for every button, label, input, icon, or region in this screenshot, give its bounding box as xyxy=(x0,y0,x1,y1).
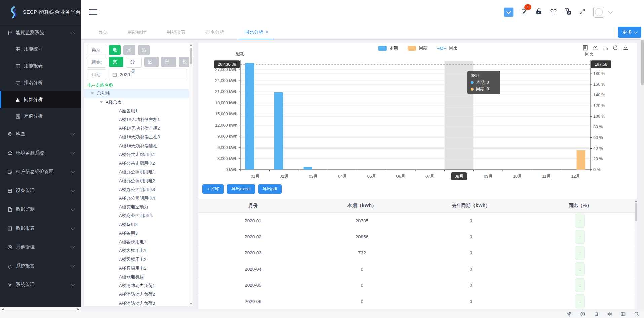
tree-leaf-3[interactable]: A楼1#无功补偿主柜3 xyxy=(84,133,189,142)
layout-icon[interactable] xyxy=(620,311,626,317)
user-menu-chevron-icon[interactable] xyxy=(609,11,612,13)
tree-leaf-21[interactable]: A楼消防动力负荷2 xyxy=(84,290,189,299)
tree-leaf-19[interactable]: A楼弱电机房 xyxy=(84,273,189,281)
tab-home[interactable]: 首页 xyxy=(88,25,117,39)
sidebar-item-9[interactable]: 系统管理 xyxy=(0,275,81,294)
trend-down-badge[interactable]: ↓ xyxy=(575,262,585,276)
sidebar-item-8[interactable]: 系统报警 xyxy=(0,256,81,275)
more-button[interactable]: 更多 xyxy=(618,27,641,38)
scroll-up-arrow-icon[interactable] xyxy=(190,44,192,46)
table-scrollbar[interactable] xyxy=(635,199,637,309)
tree-leaf-16[interactable]: A楼客梯用电1 xyxy=(84,246,189,255)
history-icon[interactable] xyxy=(580,311,585,317)
trend-down-badge[interactable]: ↓ xyxy=(575,294,585,308)
tree-scrollbar[interactable] xyxy=(189,43,193,306)
fullscreen-icon[interactable] xyxy=(579,8,586,16)
tree-leaf-2[interactable]: A楼1#无功补偿主柜2 xyxy=(84,124,189,133)
sidebar-item-7[interactable]: 其他管理 xyxy=(0,238,81,256)
trend-down-badge[interactable]: ↓ xyxy=(575,214,585,228)
tree-leaf-20[interactable]: A楼消防动力负荷1 xyxy=(84,281,189,290)
sidebar-item-5[interactable]: 数据监测 xyxy=(0,200,81,219)
scrollbar-thumb[interactable] xyxy=(641,40,644,85)
sidebar-item-0[interactable]: 能耗监测系统 xyxy=(0,25,81,41)
trend-down-badge[interactable]: ↓ xyxy=(575,246,585,260)
tree-leaf-8[interactable]: A楼办公照明用电2 xyxy=(84,176,189,185)
tools-icon[interactable]: 1 xyxy=(521,8,528,16)
legend-label[interactable]: 同比 xyxy=(449,45,458,51)
rocket-icon[interactable] xyxy=(567,311,572,317)
yoy-bar-chart[interactable]: 0 kWh3,000 kWh6,000 kWh9,000 kWh12,000 k… xyxy=(198,56,637,184)
filter-option-区域[interactable]: 区域 xyxy=(144,57,159,67)
bar-chart-icon[interactable] xyxy=(603,45,608,51)
scrollbar-thumb[interactable] xyxy=(190,48,192,64)
sidebar-item-1[interactable]: 地图 xyxy=(0,125,81,144)
tree-leaf-10[interactable]: A楼办公照明用电4 xyxy=(84,194,189,203)
scroll-up-arrow-icon[interactable] xyxy=(635,200,637,202)
tree-leaf-9[interactable]: A楼办公照明用电3 xyxy=(84,185,189,194)
scroll-down-arrow-icon[interactable] xyxy=(190,303,192,305)
tree-leaf-18[interactable]: A楼客梯用电2 xyxy=(84,264,189,273)
tree-leaf-1[interactable]: A楼1#无功补偿主柜1 xyxy=(84,115,189,124)
tree-leaf-12[interactable]: A楼商业照明用电 xyxy=(84,211,189,220)
tree-leaf-11[interactable]: A楼变电室动力 xyxy=(84,203,189,211)
page-scrollbar[interactable] xyxy=(641,39,644,310)
tree-expand-caret-icon[interactable] xyxy=(100,101,103,103)
avatar[interactable] xyxy=(593,7,604,18)
legend-label[interactable]: 本期 xyxy=(390,45,398,51)
download-icon[interactable] xyxy=(623,45,629,51)
line-chart-icon[interactable] xyxy=(593,45,598,51)
tree-leaf-6[interactable]: A楼公共走廊用电2 xyxy=(84,159,189,168)
theme-shirt-icon[interactable] xyxy=(550,8,557,16)
dropdown-check-icon[interactable] xyxy=(504,7,514,17)
data-view-icon[interactable] xyxy=(582,45,588,51)
export-pdf-button[interactable]: 导出pdf xyxy=(258,184,282,194)
trend-down-badge[interactable]: ↓ xyxy=(575,230,585,244)
export-excel-button[interactable]: 导出excel xyxy=(227,184,255,194)
filter-option-分项[interactable]: 分项 xyxy=(126,57,141,68)
sidebar-subitem-0-2[interactable]: 排名分析 xyxy=(0,74,81,91)
sidebar-subitem-0-3[interactable]: 同比分析 xyxy=(0,91,81,108)
tree-expand-caret-icon[interactable] xyxy=(91,92,94,94)
tree-leaf-13[interactable]: A楼备用2 xyxy=(84,220,189,229)
legend-swatch-icon[interactable] xyxy=(378,46,387,51)
sidebar-item-3[interactable]: 租户信息维护管理 xyxy=(0,162,81,181)
tree-leaf-22[interactable]: A楼消防动力负荷3 xyxy=(84,299,189,306)
sidebar-item-2[interactable]: 环境监测系统 xyxy=(0,144,81,162)
refresh-icon[interactable] xyxy=(613,45,618,51)
legend-swatch-icon[interactable] xyxy=(408,46,416,51)
sidebar-subitem-0-4[interactable]: 差值分析 xyxy=(0,108,81,125)
tree-leaf-7[interactable]: A楼办公照明用电1 xyxy=(84,168,189,176)
scrollbar-thumb[interactable] xyxy=(635,203,637,221)
tab-energy-stats[interactable]: 用能统计 xyxy=(117,25,156,39)
tab-ranking[interactable]: 排名分析 xyxy=(195,25,234,39)
lock-icon[interactable] xyxy=(535,8,542,16)
filter-option-热[interactable]: 热 xyxy=(138,45,150,55)
tab-close-icon[interactable]: × xyxy=(266,30,268,35)
tree-node-root[interactable]: 总能耗 xyxy=(84,89,189,98)
tree-leaf-5[interactable]: A楼公共走廊用电1 xyxy=(84,150,189,159)
tree-leaf-17[interactable]: A楼客梯用电2 xyxy=(84,255,189,264)
sidebar-item-6[interactable]: 数据报表 xyxy=(0,219,81,238)
filter-option-水[interactable]: 水 xyxy=(123,45,135,55)
tree-leaf-0[interactable]: A座备用1 xyxy=(84,107,189,115)
sidebar-subitem-0-1[interactable]: 用能报表 xyxy=(0,57,81,74)
print-button[interactable]: + 打印 xyxy=(202,184,224,194)
sound-icon[interactable] xyxy=(607,311,612,317)
search-icon[interactable] xyxy=(634,311,639,317)
tree-leaf-15[interactable]: A楼客梯用电1 xyxy=(84,238,189,246)
tree-node-branch[interactable]: A楼总表 xyxy=(84,98,189,107)
filter-option-电[interactable]: 电 xyxy=(109,45,121,55)
date-input[interactable]: 2020 xyxy=(109,69,187,80)
sidebar-subitem-0-0[interactable]: 用能统计 xyxy=(0,41,81,57)
tree-leaf-4[interactable]: A楼1#无功补偿辅柜 xyxy=(84,142,189,150)
legend-label[interactable]: 同期 xyxy=(419,45,427,51)
legend-line-marker-icon[interactable] xyxy=(437,46,446,50)
filter-option-部门[interactable]: 部门 xyxy=(161,57,176,67)
filter-option-支路[interactable]: 支路 xyxy=(109,57,123,67)
trash-icon[interactable] xyxy=(594,311,599,317)
sidebar-item-4[interactable]: 设备管理 xyxy=(0,181,81,200)
tab-yoy-analysis[interactable]: 同比分析× xyxy=(234,25,278,39)
tree-leaf-14[interactable]: A楼备用3 xyxy=(84,229,189,238)
menu-toggle-button[interactable] xyxy=(89,9,97,15)
translate-icon[interactable] xyxy=(564,8,571,16)
